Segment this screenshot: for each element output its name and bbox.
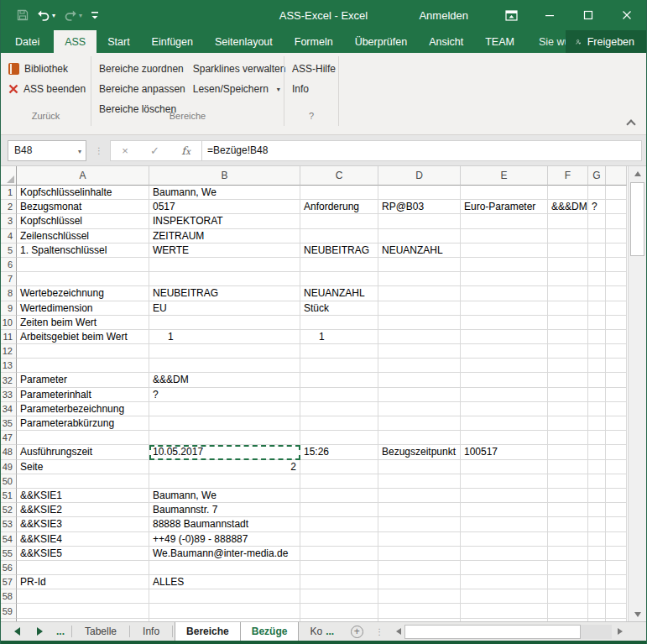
cell-D7[interactable] [378,272,461,286]
cell-B10[interactable] [149,316,300,330]
cell-C34[interactable] [300,402,378,416]
cell-B6[interactable] [149,258,300,272]
column-header-E[interactable]: E [461,166,548,186]
cell-G7[interactable] [588,272,606,286]
cell-C13[interactable] [300,359,378,373]
cell-A49[interactable]: Seite [17,460,149,474]
cell-F9[interactable] [548,301,588,316]
cell-C12[interactable] [300,344,378,359]
cell-partial50[interactable] [606,474,627,489]
cell-E32[interactable] [461,373,548,387]
undo-dropdown-icon[interactable]: ▾ [52,12,55,19]
cell-E34[interactable] [461,402,548,416]
share-button[interactable]: Freigeben [566,30,646,53]
row-header-47[interactable]: 47 [1,431,17,445]
cell-partial13[interactable] [606,359,627,373]
cell-F3[interactable] [548,214,588,228]
cell-G52[interactable] [588,503,606,517]
row-header-5[interactable]: 5 [1,243,17,258]
row-header-2[interactable]: 2 [1,200,17,214]
cell-F32[interactable] [548,373,588,387]
maximize-button[interactable] [569,0,608,30]
cell-A47[interactable] [17,431,149,445]
cell-B3[interactable]: INSPEKTORAT [149,214,300,228]
cell-A54[interactable]: &&KSIE4 [17,532,149,547]
cell-B50[interactable] [149,474,300,489]
redo-dropdown-icon[interactable]: ▾ [79,12,82,19]
cell-C33[interactable] [300,388,378,402]
cell-G5[interactable] [588,243,606,258]
cell-C6[interactable] [300,258,378,272]
cell-G4[interactable] [588,229,606,243]
cell-D48[interactable]: Bezugszeitpunkt [378,445,461,459]
cell-F48[interactable] [548,445,588,459]
scroll-down-icon[interactable] [629,607,646,621]
vertical-scrollbar[interactable] [628,166,646,621]
cell-B13[interactable] [149,359,300,373]
ribbon-tab-ansicht[interactable]: Ansicht [418,30,474,53]
cell-C51[interactable] [300,489,378,503]
cell-E59[interactable] [461,604,548,618]
sheet-tab-bezüge[interactable]: Bezüge [241,622,300,641]
cell-C52[interactable] [300,503,378,517]
cell-D2[interactable]: RP@B03 [378,200,461,214]
cell-A6[interactable] [17,258,149,272]
cell-D32[interactable] [378,373,461,387]
cell-C54[interactable] [300,532,378,547]
ass-beenden-button[interactable]: ASS beenden [1,79,91,99]
cell-D11[interactable] [378,330,461,344]
ribbon-tab-datei[interactable]: Datei [1,30,54,53]
enter-icon[interactable]: ✓ [150,144,159,157]
cell-E5[interactable] [461,243,548,258]
cell-A50[interactable] [17,474,149,489]
cell-B33[interactable]: ? [149,388,300,402]
cell-C59[interactable] [300,604,378,618]
cell-G58[interactable] [588,589,606,604]
row-header-59[interactable]: 59 [1,604,17,618]
bibliothek-button[interactable]: Bibliothek [1,59,91,79]
cell-C55[interactable] [300,547,378,561]
cell-partial1[interactable] [606,186,627,200]
cell-A51[interactable]: &&KSIE1 [17,489,149,503]
cell-C56[interactable] [300,561,378,575]
cell-E54[interactable] [461,532,548,547]
cell-F8[interactable] [548,286,588,301]
cell-G13[interactable] [588,359,606,373]
cell-G49[interactable] [588,460,606,474]
cell-D59[interactable] [378,604,461,618]
cell-C4[interactable] [300,229,378,243]
cell-G10[interactable] [588,316,606,330]
sheet-nav-left-icon[interactable] [14,627,20,636]
sheet-tab-ko-[interactable]: Ko... [299,622,345,641]
cell-partial34[interactable] [606,402,627,416]
vertical-scrollbar-thumb[interactable] [630,182,644,256]
cell-partial54[interactable] [606,532,627,547]
cell-A13[interactable] [17,359,149,373]
cell-F4[interactable] [548,229,588,243]
cell-F58[interactable] [548,589,588,604]
row-header-55[interactable]: 55 [1,547,17,561]
row-header-12[interactable]: 12 [1,344,17,359]
cell-C9[interactable]: Stück [300,301,378,316]
cell-E33[interactable] [461,388,548,402]
cell-D57[interactable] [378,575,461,589]
cell-partial32[interactable] [606,373,627,387]
cell-B47[interactable] [149,431,300,445]
select-all-corner[interactable] [1,166,17,186]
cell-A53[interactable]: &&KSIE3 [17,517,149,531]
cell-B1[interactable]: Baumann, We [149,186,300,200]
cell-partial9[interactable] [606,301,627,316]
cell-C1[interactable] [300,186,378,200]
cell-partial6[interactable] [606,258,627,272]
cell-partial55[interactable] [606,547,627,561]
row-header-9[interactable]: 9 [1,301,17,316]
cell-D51[interactable] [378,489,461,503]
cell-C8[interactable]: NEUANZAHL [300,286,378,301]
row-header-53[interactable]: 53 [1,517,17,531]
cell-C32[interactable] [300,373,378,387]
cell-D6[interactable] [378,258,461,272]
cell-E49[interactable] [461,460,548,474]
cell-G55[interactable] [588,547,606,561]
cell-A3[interactable]: Kopfschlüssel [17,214,149,228]
cell-C49[interactable] [300,460,378,474]
